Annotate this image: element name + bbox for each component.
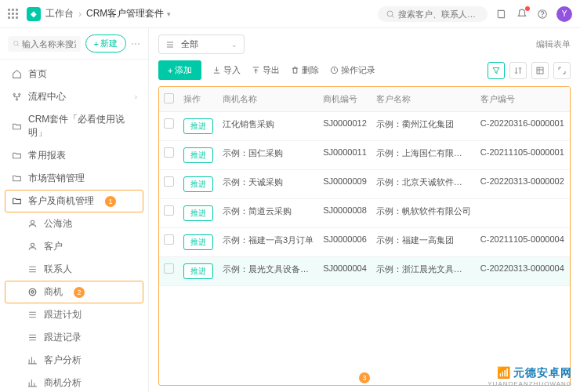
- folder-icon: [11, 173, 22, 184]
- log-link[interactable]: 操作记录: [330, 64, 375, 76]
- nav-item-流程中心[interactable]: 流程中心›: [0, 85, 148, 108]
- nav-list: 首页流程中心›CRM套件「必看使用说明」常用报表市场营销管理客户及商机管理1公海…: [0, 60, 148, 392]
- chevron-down-icon: ⌄: [231, 41, 237, 49]
- select-all-checkbox[interactable]: [164, 93, 174, 103]
- app-dropdown-caret[interactable]: ▾: [167, 10, 171, 18]
- advance-button[interactable]: 推进: [183, 263, 213, 279]
- cell-custcode: C-20220313-0000002: [476, 170, 569, 199]
- row-checkbox[interactable]: [164, 234, 174, 245]
- chevron-right-icon: ›: [135, 93, 137, 101]
- cell-contact: 示例：李清海: [569, 170, 571, 199]
- row-checkbox[interactable]: [164, 176, 174, 187]
- nav-item-客户及商机管理[interactable]: 客户及商机管理1: [5, 190, 143, 212]
- nav-item-客户[interactable]: 客户: [0, 235, 148, 258]
- nav-item-CRM套件「必看使用说明」[interactable]: CRM套件「必看使用说明」: [0, 108, 148, 144]
- svg-point-10: [31, 291, 33, 293]
- flow-icon: [11, 92, 22, 103]
- nav-label: 流程中心: [28, 90, 66, 103]
- chart-icon: [27, 355, 38, 366]
- row-checkbox[interactable]: [164, 263, 174, 274]
- global-search-input[interactable]: [398, 9, 480, 19]
- list-icon: [165, 40, 175, 49]
- advance-button[interactable]: 推进: [183, 234, 213, 250]
- sidebar: +新建 ⋯ 首页流程中心›CRM套件「必看使用说明」常用报表市场营销管理客户及商…: [0, 28, 149, 392]
- nav-label: 跟进计划: [44, 308, 82, 321]
- annotation-badge: 2: [74, 287, 85, 298]
- advance-button[interactable]: 推进: [183, 176, 213, 192]
- notification-icon[interactable]: [516, 8, 528, 20]
- nav-item-联系人[interactable]: 联系人: [0, 258, 148, 281]
- user-icon: [27, 241, 38, 252]
- breadcrumb-workspace[interactable]: 工作台: [45, 7, 74, 20]
- svg-point-3: [14, 41, 18, 45]
- table-row[interactable]: 推进示例：晨光文具设备…SJ0000004示例：浙江晨光文具…C-2022031…: [159, 257, 571, 286]
- cell-cust: 示例：北京天诚软件…: [372, 170, 476, 199]
- trash-icon: [291, 66, 299, 74]
- nav-label: 公海池: [44, 217, 72, 230]
- col-header: 客户编号: [476, 87, 569, 112]
- more-icon[interactable]: ⋯: [131, 38, 140, 49]
- data-table: 操作商机名称商机编号客户名称客户编号客户联系人推进江化销售采购SJ0000012…: [159, 87, 571, 286]
- row-checkbox[interactable]: [164, 205, 174, 216]
- sidebar-search-input[interactable]: [22, 39, 75, 49]
- add-button[interactable]: +添加: [158, 60, 201, 80]
- delete-link[interactable]: 删除: [291, 64, 319, 76]
- apps-icon[interactable]: [8, 9, 19, 20]
- svg-point-2: [542, 16, 543, 16]
- cell-name: 示例：晨光文具设备…: [218, 257, 318, 286]
- nav-item-公海池[interactable]: 公海池: [0, 212, 148, 235]
- cell-code: SJ0000006: [318, 228, 372, 257]
- cell-contact: 示例：刘恳: [569, 257, 571, 286]
- nav-item-商机[interactable]: 商机2: [5, 281, 143, 303]
- download-icon: [212, 66, 221, 74]
- nav-item-常用报表[interactable]: 常用报表: [0, 144, 148, 167]
- expand-icon-button[interactable]: [553, 62, 571, 79]
- advance-button[interactable]: 推进: [183, 147, 213, 163]
- list-icon: [27, 310, 38, 321]
- help-icon[interactable]: [536, 8, 549, 20]
- table-row[interactable]: 推进示例：福建一高3月订单SJ0000006示例：福建一高集团C-2021110…: [159, 228, 571, 257]
- new-button[interactable]: +新建: [85, 34, 126, 53]
- nav-item-跟进记录[interactable]: 跟进记录: [0, 326, 148, 349]
- main-content: 全部 ⌄ 编辑表单 +添加 导入 导出 删除 操作记录 操作商机名称商机编号客户…: [149, 28, 580, 392]
- nav-item-跟进计划[interactable]: 跟进计划: [0, 303, 148, 326]
- breadcrumb-app[interactable]: CRM客户管理套件: [86, 7, 164, 20]
- upload-icon: [252, 66, 260, 74]
- advance-button[interactable]: 推进: [183, 118, 213, 134]
- cell-code: SJ0000011: [318, 141, 372, 170]
- table-row[interactable]: 推进示例：国仁采购SJ0000011示例：上海国仁有限…C-20211105-0…: [159, 141, 571, 170]
- edit-form-link[interactable]: 编辑表单: [536, 38, 571, 50]
- export-link[interactable]: 导出: [252, 64, 280, 76]
- avatar[interactable]: Y: [556, 6, 572, 22]
- nav-item-客户分析[interactable]: 客户分析: [0, 349, 148, 372]
- table-row[interactable]: 推进示例：简道云采购SJ0000008示例：帆软软件有限公司示例：王立: [159, 199, 571, 228]
- import-link[interactable]: 导入: [212, 64, 241, 76]
- cell-cust: 示例：上海国仁有限…: [372, 141, 476, 170]
- nav-label: 客户及商机管理: [28, 194, 94, 208]
- nav-item-市场营销管理[interactable]: 市场营销管理: [0, 167, 148, 190]
- nav-label: 客户分析: [44, 354, 82, 367]
- folder-icon: [11, 121, 22, 132]
- global-search[interactable]: [378, 6, 488, 22]
- column-icon-button[interactable]: [531, 62, 549, 79]
- table-row[interactable]: 推进江化销售采购SJ0000012示例：衢州江化集团C-20220316-000…: [159, 112, 571, 141]
- view-select[interactable]: 全部 ⌄: [158, 34, 245, 54]
- svg-point-0: [387, 11, 393, 16]
- table-row[interactable]: 推进示例：天诚采购SJ0000009示例：北京天诚软件…C-20220313-0…: [159, 170, 571, 199]
- advance-button[interactable]: 推进: [183, 205, 213, 221]
- book-icon[interactable]: [495, 8, 508, 20]
- cell-code: SJ0000004: [318, 257, 372, 286]
- svg-point-6: [16, 99, 17, 100]
- nav-label: 市场营销管理: [28, 172, 85, 185]
- row-checkbox[interactable]: [164, 147, 174, 158]
- row-checkbox[interactable]: [164, 118, 174, 129]
- filter-icon-button[interactable]: [488, 62, 505, 79]
- cell-code: SJ0000009: [318, 170, 372, 199]
- nav-item-首页[interactable]: 首页: [0, 63, 148, 85]
- nav-item-商机分析[interactable]: 商机分析: [0, 372, 148, 392]
- cell-custcode: C-20220316-0000001: [476, 112, 569, 141]
- sidebar-search[interactable]: [8, 36, 81, 52]
- svg-point-7: [31, 220, 34, 223]
- cell-custcode: C-20211105-0000004: [476, 228, 569, 257]
- sort-icon-button[interactable]: [509, 62, 527, 79]
